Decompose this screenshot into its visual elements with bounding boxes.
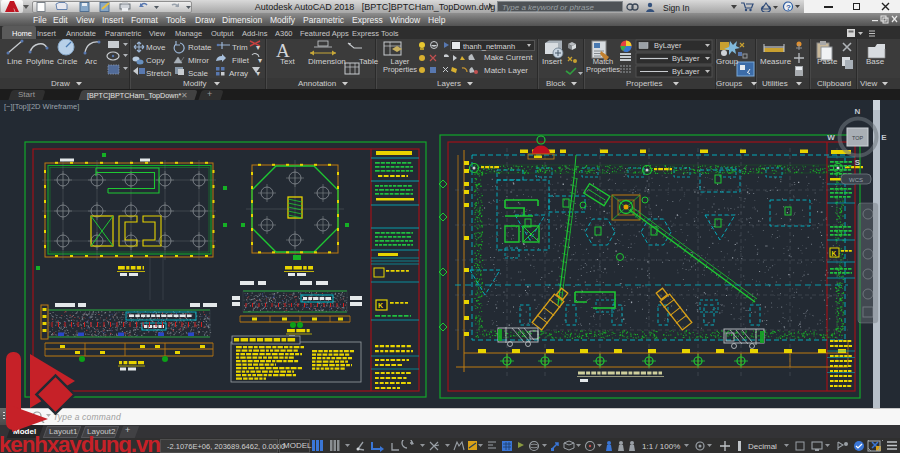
svg-text:E: E bbox=[881, 133, 887, 142]
svg-text:ByLayer: ByLayer bbox=[672, 54, 700, 63]
svg-text:K: K bbox=[378, 302, 383, 309]
svg-text:kenhxaydung.vn: kenhxaydung.vn bbox=[0, 432, 160, 453]
svg-text:1:1 / 100%: 1:1 / 100% bbox=[642, 442, 680, 451]
svg-text:ByLayer: ByLayer bbox=[672, 67, 700, 76]
svg-text:N: N bbox=[855, 107, 861, 116]
svg-text:ByLayer: ByLayer bbox=[654, 41, 682, 50]
svg-text:WCS: WCS bbox=[849, 177, 863, 183]
svg-text:Decimal: Decimal bbox=[748, 442, 777, 451]
svg-text:S: S bbox=[855, 158, 861, 167]
svg-text:W: W bbox=[827, 133, 835, 142]
svg-text:TOP: TOP bbox=[852, 135, 864, 141]
svg-text:K: K bbox=[832, 250, 837, 257]
svg-text:?: ? bbox=[786, 3, 791, 12]
